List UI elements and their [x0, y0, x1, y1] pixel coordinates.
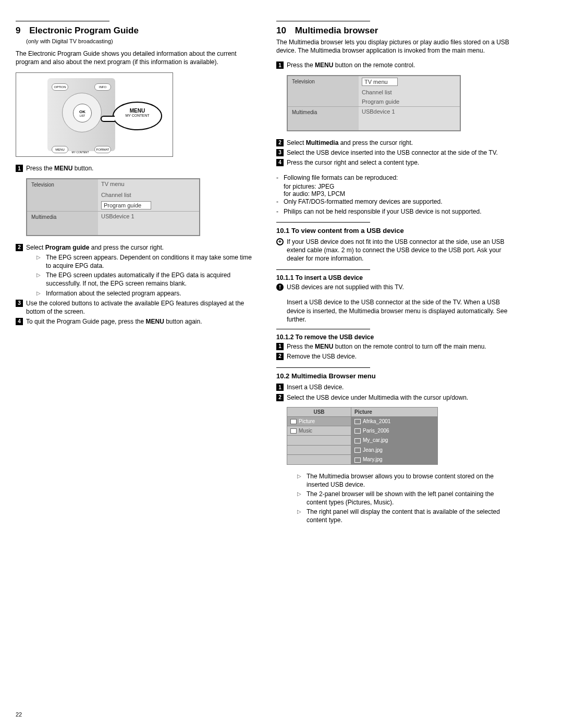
remote-ok-button: OK LIST	[73, 104, 92, 122]
step-number-icon: 2	[276, 353, 284, 360]
remote-format-button: FORMAT	[94, 146, 111, 153]
bullet: -Following file formats can be reproduce…	[276, 174, 516, 182]
substep: ▷The 2-panel browser will be shown with …	[297, 490, 516, 507]
right-column: 10 Multimedia browser The Multimedia bro…	[276, 21, 516, 526]
substep: ▷The EPG screen appears. Dependent on co…	[36, 253, 255, 270]
section-10-2-heading: 10.2 Multimedia Browser menu	[276, 372, 516, 380]
triangle-icon: ▷	[297, 490, 301, 507]
folder-icon	[354, 428, 363, 434]
step-1: 1 Press the MENU button.	[16, 164, 255, 172]
bullet-sub: for audio: MP3, LPCM	[284, 190, 516, 198]
bullet: -Philips can not be held responsible if …	[276, 207, 516, 216]
section-10-1-2-heading: 10.1.2 To remove the USB device	[276, 334, 516, 341]
bullet-sub: for pictures: JPEG	[284, 183, 516, 190]
section-10-1-heading: 10.1 To view content from a USB device	[276, 227, 516, 235]
rule	[16, 21, 109, 21]
tip: + If your USB device does not fit into t…	[276, 238, 516, 263]
step-2: 2 Select Program guide and press the cur…	[16, 243, 255, 252]
rule	[276, 222, 370, 223]
image-icon	[354, 437, 363, 443]
remote-mycontent-label: MY CONTENT	[66, 150, 94, 154]
remote-dpad: OK LIST	[62, 93, 102, 132]
folder-icon	[290, 428, 299, 434]
usb-browser-table: USBPicture PictureAfrika_2001 MusicParis…	[287, 407, 438, 465]
selected-item: TV menu	[362, 78, 398, 86]
rule	[276, 269, 370, 270]
section-9-intro: The Electronic Program Guide shows you d…	[16, 50, 255, 66]
step-3: 3 Use the colored buttons to activate th…	[16, 299, 255, 316]
step-4: 4 Press the cursor right and select a co…	[276, 158, 516, 167]
remote-illustration: OPTION INFO OK LIST MENU FORMAT MY CONTE…	[16, 72, 173, 157]
step-3: 3 Select the USB device inserted into th…	[276, 149, 516, 157]
section-10-heading: 10 Multimedia browser	[276, 26, 516, 36]
step-number-icon: 2	[276, 394, 284, 401]
section-10-intro: The Multimedia browser lets you display …	[276, 38, 516, 55]
rule	[276, 329, 370, 329]
section-9-heading: 9 Electronic Program Guide	[16, 26, 255, 36]
selected-item: Program guide	[101, 201, 151, 209]
step-2: 2 Select the USB device under Multimedia…	[276, 393, 516, 402]
step-2: 2 Remove the USB device.	[276, 352, 516, 361]
step-1: 1 Press the MENU button on the remote co…	[276, 61, 516, 69]
paragraph: Insert a USB device to the USB connector…	[287, 298, 516, 324]
image-icon	[354, 456, 363, 462]
step-number-icon: 4	[16, 318, 23, 325]
step-number-icon: 2	[16, 244, 23, 251]
step-1: 1 Press the MENU button on the remote co…	[276, 342, 516, 351]
folder-icon	[354, 418, 363, 424]
callout-bubble: MENU MY CONTENT	[113, 102, 162, 130]
step-number-icon: 1	[276, 61, 284, 69]
step-2: 2 Select Multimedia and press the cursor…	[276, 139, 516, 147]
tv-menu-table: Television TV menu Channel list Program …	[26, 178, 200, 236]
triangle-icon: ▷	[36, 253, 41, 270]
step-number-icon: 4	[276, 159, 284, 166]
substep: ▷The Multimedia browser allows you to br…	[297, 472, 516, 489]
step-number-icon: 3	[16, 300, 23, 307]
rule	[276, 367, 370, 368]
substep: ▷Information about the selected program …	[36, 289, 255, 298]
step-number-icon: 1	[276, 343, 284, 350]
folder-icon	[290, 418, 299, 424]
step-1: 1 Insert a USB device.	[276, 383, 516, 391]
section-9-subtitle: (only with Digital TV broadcasting)	[26, 38, 255, 44]
triangle-icon: ▷	[297, 508, 301, 524]
triangle-icon: ▷	[36, 271, 41, 288]
image-icon	[354, 447, 363, 453]
section-10-1-1-heading: 10.1.1 To insert a USB device	[276, 274, 516, 281]
substep: ▷The right panel will display the conten…	[297, 508, 516, 524]
triangle-icon: ▷	[297, 472, 301, 489]
step-number-icon: 3	[276, 149, 284, 156]
step-number-icon: 2	[276, 139, 284, 146]
step-number-icon: 1	[16, 165, 23, 172]
triangle-icon: ▷	[36, 289, 41, 298]
remote-option-button: OPTION	[52, 83, 68, 91]
remote-info-button: INFO	[94, 83, 111, 91]
warning: ! USB devices are not supplied with this…	[276, 283, 516, 291]
step-4: 4 To quit the Program Guide page, press …	[16, 317, 255, 326]
step-number-icon: 1	[276, 384, 284, 391]
rule	[276, 21, 370, 21]
warning-icon: !	[276, 283, 284, 291]
substep: ▷The EPG screen updates automatically if…	[36, 271, 255, 288]
plus-icon: +	[276, 238, 284, 245]
tv-menu-table: Television TV menu Channel list Program …	[287, 75, 461, 131]
left-column: 9 Electronic Program Guide (only with Di…	[16, 21, 255, 526]
bullet: -Only FAT/DOS-formatted memory devices a…	[276, 198, 516, 206]
